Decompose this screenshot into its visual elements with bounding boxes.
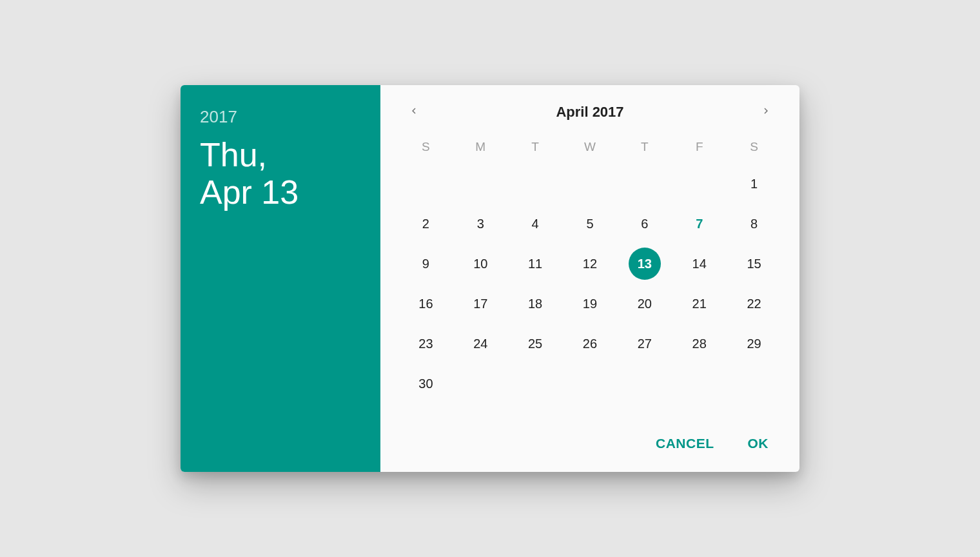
calendar-day[interactable]: 21	[672, 286, 727, 321]
calendar-day-number: 5	[574, 208, 606, 240]
calendar-day[interactable]: 24	[453, 326, 508, 361]
calendar-day-number: 12	[574, 248, 606, 280]
calendar-day[interactable]: 14	[672, 246, 727, 281]
calendar-day-number: 6	[629, 208, 661, 240]
calendar-day[interactable]: 30	[398, 366, 453, 401]
calendar-day-number: 3	[464, 208, 496, 240]
calendar-day[interactable]: 9	[398, 246, 453, 281]
calendar-day-number: 14	[683, 248, 716, 280]
chevron-right-icon	[760, 105, 772, 119]
calendar-day[interactable]: 26	[563, 326, 618, 361]
chevron-left-icon	[408, 105, 420, 119]
calendar-day-number: 23	[409, 327, 442, 360]
calendar-day-number: 11	[519, 248, 551, 280]
calendar-day[interactable]: 22	[727, 286, 781, 321]
calendar-day-number: 2	[409, 208, 442, 240]
date-picker-dialog: 2017 Thu, Apr 13 April 2017 SMTWTFS12345…	[181, 85, 799, 472]
calendar-day-number: 9	[409, 248, 442, 280]
calendar-day[interactable]: 28	[672, 326, 727, 361]
calendar-day-empty	[508, 166, 563, 201]
next-month-button[interactable]	[754, 101, 778, 124]
calendar-day-number: 17	[464, 288, 496, 320]
header-year[interactable]: 2017	[200, 107, 361, 127]
calendar-day-number: 7	[683, 208, 716, 240]
dialog-actions: Cancel OK	[398, 424, 781, 460]
calendar-day[interactable]: 15	[727, 246, 781, 281]
day-of-week-label: F	[672, 133, 727, 161]
calendar-day[interactable]: 29	[727, 326, 781, 361]
calendar-day[interactable]: 27	[617, 326, 672, 361]
calendar-day-number: 25	[519, 327, 551, 360]
calendar-day-empty	[617, 166, 672, 201]
prev-month-button[interactable]	[402, 101, 426, 124]
date-picker-header: 2017 Thu, Apr 13	[181, 85, 380, 472]
calendar-day-number: 10	[464, 248, 496, 280]
calendar-day-empty	[453, 166, 508, 201]
month-title: April 2017	[556, 104, 623, 121]
calendar-day-number: 4	[519, 208, 551, 240]
day-of-week-label: T	[508, 133, 563, 161]
date-picker-body: April 2017 SMTWTFS1234567891011121314151…	[380, 85, 799, 472]
day-of-week-label: T	[617, 133, 672, 161]
calendar-day-number: 27	[629, 327, 661, 360]
calendar-day[interactable]: 4	[508, 206, 563, 241]
calendar-day[interactable]: 16	[398, 286, 453, 321]
calendar-day[interactable]: 11	[508, 246, 563, 281]
calendar-day-number: 8	[738, 208, 770, 240]
calendar-day-number: 1	[738, 168, 770, 200]
calendar-day[interactable]: 12	[563, 246, 618, 281]
calendar-day-number: 22	[738, 288, 770, 320]
calendar-day-number: 26	[574, 327, 606, 360]
day-of-week-label: M	[453, 133, 508, 161]
calendar-day[interactable]: 3	[453, 206, 508, 241]
calendar-grid: SMTWTFS123456789101112131415161718192021…	[398, 133, 781, 401]
day-of-week-label: S	[727, 133, 781, 161]
calendar-day[interactable]: 25	[508, 326, 563, 361]
calendar-day-number: 30	[409, 367, 442, 400]
day-of-week-label: W	[563, 133, 618, 161]
calendar-day[interactable]: 20	[617, 286, 672, 321]
calendar-day[interactable]: 13	[617, 246, 672, 281]
calendar-day-empty	[672, 166, 727, 201]
calendar-day-empty	[563, 166, 618, 201]
calendar-day-number: 21	[683, 288, 716, 320]
calendar-day-number: 29	[738, 327, 770, 360]
ok-button[interactable]: OK	[744, 431, 773, 456]
calendar-day[interactable]: 5	[563, 206, 618, 241]
calendar-day-number: 28	[683, 327, 716, 360]
header-date[interactable]: Thu, Apr 13	[200, 136, 361, 211]
calendar-day-number: 20	[629, 288, 661, 320]
day-of-week-label: S	[398, 133, 453, 161]
calendar-day-number: 13	[629, 248, 661, 280]
calendar-day-number: 19	[574, 288, 606, 320]
calendar-day[interactable]: 18	[508, 286, 563, 321]
month-nav: April 2017	[398, 101, 781, 133]
calendar-day[interactable]: 8	[727, 206, 781, 241]
calendar-day-number: 16	[409, 288, 442, 320]
calendar-day[interactable]: 23	[398, 326, 453, 361]
calendar-day-number: 18	[519, 288, 551, 320]
calendar-day[interactable]: 6	[617, 206, 672, 241]
calendar-day[interactable]: 17	[453, 286, 508, 321]
cancel-button[interactable]: Cancel	[652, 431, 718, 456]
calendar-day-number: 15	[738, 248, 770, 280]
calendar-day[interactable]: 7	[672, 206, 727, 241]
calendar-day-number: 24	[464, 327, 496, 360]
calendar-day[interactable]: 10	[453, 246, 508, 281]
calendar-day-empty	[398, 166, 453, 201]
calendar-day[interactable]: 1	[727, 166, 781, 201]
calendar-day[interactable]: 2	[398, 206, 453, 241]
calendar-day[interactable]: 19	[563, 286, 618, 321]
